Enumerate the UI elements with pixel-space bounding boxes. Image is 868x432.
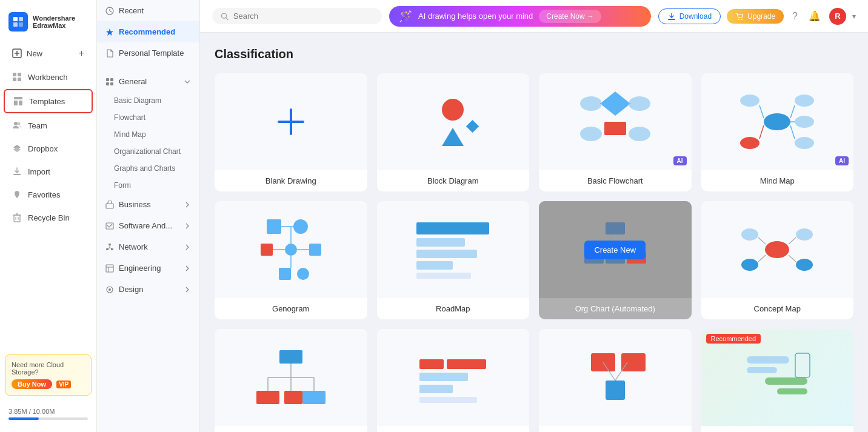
svg-point-58 <box>629 96 650 111</box>
buy-now-button[interactable]: Buy Now VIP <box>12 376 85 389</box>
card-tree-label <box>215 426 367 432</box>
card-tree[interactable] <box>215 329 367 432</box>
card-bar[interactable] <box>377 329 530 432</box>
storage-label: 3.85M / 10.00M <box>8 408 88 415</box>
mid-group-business[interactable]: Business <box>97 194 199 215</box>
sidebar-item-team[interactable]: Team <box>4 115 93 136</box>
mid-group-general[interactable]: General <box>97 71 199 92</box>
blank-drawing-illustration <box>273 104 309 140</box>
svg-rect-2 <box>13 22 18 27</box>
card-genogram[interactable]: Genogram <box>215 201 367 319</box>
software-icon <box>105 222 114 230</box>
card-blank-drawing[interactable]: Blank Drawing <box>215 73 367 191</box>
svg-line-72 <box>790 125 795 139</box>
card-folder[interactable] <box>539 329 692 432</box>
create-new-button[interactable]: Create New <box>584 241 646 259</box>
svg-rect-109 <box>279 350 302 364</box>
preview-illustration <box>741 347 813 408</box>
svg-line-70 <box>790 105 795 118</box>
svg-rect-13 <box>19 101 22 105</box>
dropbox-icon <box>12 144 22 153</box>
left-sidebar: Wondershare EdrawMax New + Workbench Tem… <box>0 0 97 432</box>
search-box[interactable] <box>212 8 382 24</box>
user-avatar[interactable]: R <box>829 8 846 25</box>
clock-icon <box>105 7 114 15</box>
svg-line-69 <box>760 105 764 118</box>
download-icon <box>667 12 676 21</box>
svg-line-39 <box>110 248 112 248</box>
svg-rect-28 <box>106 78 109 81</box>
mid-item-recent[interactable]: Recent <box>97 0 199 21</box>
svg-point-79 <box>285 244 297 256</box>
sidebar-item-recycle-bin[interactable]: Recycle Bin <box>4 207 93 228</box>
card-folder-label <box>539 426 692 432</box>
business-icon <box>105 201 114 209</box>
svg-line-46 <box>226 18 228 19</box>
card-basic-flowchart[interactable]: AI Basic Flowchart <box>539 73 692 191</box>
new-button[interactable]: New + <box>4 42 93 65</box>
mid-group-design[interactable]: Design <box>97 279 199 300</box>
cart-icon <box>735 12 744 21</box>
card-blank-drawing-img <box>215 73 367 170</box>
svg-rect-80 <box>309 244 321 256</box>
svg-rect-87 <box>416 238 465 247</box>
chevron-down-icon <box>184 78 191 85</box>
mid-sub-flowchart[interactable]: Flowchart <box>97 109 199 126</box>
upgrade-button[interactable]: Upgrade <box>727 9 784 24</box>
svg-point-64 <box>740 95 760 107</box>
ai-drawing-banner[interactable]: 🪄 AI drawing helps open your mind Create… <box>389 6 651 27</box>
notification-icon[interactable]: 🔔 <box>806 8 823 24</box>
mid-sub-graphs-charts[interactable]: Graphs and Charts <box>97 160 199 177</box>
card-basic-flowchart-label: Basic Flowchart <box>539 170 692 191</box>
ai-create-now-button[interactable]: Create Now → <box>539 10 601 23</box>
card-block-diagram[interactable]: Block Diagram <box>377 73 530 191</box>
svg-rect-78 <box>261 244 273 256</box>
sidebar-item-templates[interactable]: Templates <box>4 89 93 113</box>
mid-group-software[interactable]: Software And... <box>97 215 199 236</box>
help-icon[interactable]: ? <box>790 8 800 24</box>
svg-rect-118 <box>419 359 444 369</box>
svg-rect-30 <box>106 82 109 85</box>
card-basic-flowchart-img: AI <box>539 73 692 170</box>
mid-sub-org-chart[interactable]: Organizational Chart <box>97 143 199 160</box>
card-concept-map[interactable]: Concept Map <box>701 201 854 319</box>
engineering-label: Engineering <box>119 264 161 273</box>
general-label: General <box>119 77 147 86</box>
main-content: 🪄 AI drawing helps open your mind Create… <box>200 0 868 432</box>
user-dropdown-arrow[interactable]: ▾ <box>852 12 856 21</box>
chevron-right-icon-design <box>184 286 191 293</box>
sidebar-item-dropbox[interactable]: Dropbox <box>4 138 93 159</box>
svg-point-85 <box>297 268 309 280</box>
file-icon <box>105 49 114 58</box>
svg-rect-3 <box>19 22 23 27</box>
card-concept-map-img <box>701 201 854 298</box>
mid-sub-basic-diagram[interactable]: Basic Diagram <box>97 92 199 109</box>
card-mind-map-label: Mind Map <box>701 170 854 191</box>
card-org-chart-auto[interactable]: Create New Org Chart (Automated) <box>539 201 692 319</box>
mid-item-personal-template[interactable]: Personal Template <box>97 42 199 64</box>
import-icon <box>12 167 22 176</box>
mid-item-recommended[interactable]: Recommended <box>97 21 199 42</box>
download-button[interactable]: Download <box>658 8 721 24</box>
card-recommended-preview[interactable]: Recommended <box>701 329 854 432</box>
ai-banner-icon: 🪄 <box>399 10 412 23</box>
sidebar-item-workbench[interactable]: Workbench <box>4 66 93 88</box>
svg-rect-89 <box>416 261 453 270</box>
card-grid: Blank Drawing Block Diagram <box>215 73 853 432</box>
mid-group-network[interactable]: Network <box>97 236 199 258</box>
sidebar-item-import[interactable]: Import <box>4 161 93 182</box>
mid-sub-mind-map[interactable]: Mind Map <box>97 126 199 143</box>
svg-rect-124 <box>621 353 646 371</box>
search-input[interactable] <box>233 12 373 21</box>
svg-point-48 <box>738 19 739 20</box>
templates-icon <box>13 96 23 106</box>
block-diagram-illustration <box>416 91 489 152</box>
svg-rect-8 <box>18 73 21 76</box>
mid-group-engineering[interactable]: Engineering <box>97 258 199 279</box>
chevron-right-icon-software <box>184 222 191 230</box>
card-roadmap[interactable]: RoadMap <box>377 201 530 319</box>
card-mind-map[interactable]: AI Mind Map <box>701 73 854 191</box>
mid-sub-form[interactable]: Form <box>97 177 199 194</box>
storage-bar <box>8 417 88 420</box>
sidebar-item-favorites[interactable]: Favorites <box>4 184 93 205</box>
